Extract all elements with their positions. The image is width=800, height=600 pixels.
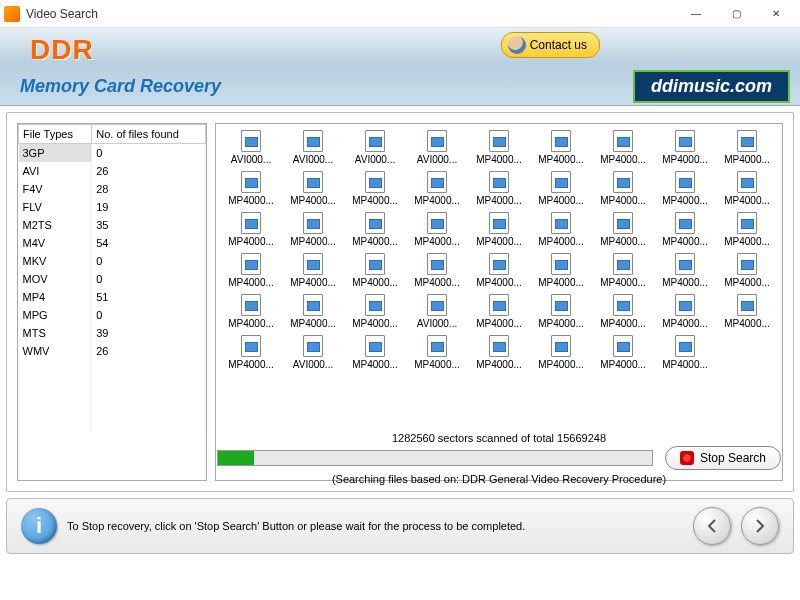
file-item[interactable]: AVI000... — [220, 128, 282, 167]
file-name: MP4000... — [224, 318, 279, 329]
file-name: MP4000... — [534, 359, 589, 370]
file-item[interactable]: MP4000... — [220, 251, 282, 290]
file-item[interactable]: MP4000... — [468, 210, 530, 249]
table-row[interactable]: MOV0 — [19, 270, 206, 288]
file-name: MP4000... — [286, 277, 341, 288]
file-icon — [241, 253, 261, 275]
file-item[interactable]: MP4000... — [530, 292, 592, 331]
table-row[interactable]: MPG0 — [19, 306, 206, 324]
files-panel[interactable]: AVI000...AVI000...AVI000...AVI000...MP40… — [215, 123, 783, 481]
file-name: MP4000... — [224, 359, 279, 370]
file-icon — [427, 253, 447, 275]
minimize-button[interactable]: — — [676, 2, 716, 26]
file-item[interactable]: MP4000... — [530, 210, 592, 249]
table-row[interactable] — [19, 378, 206, 396]
col-files-found[interactable]: No. of files found — [92, 125, 206, 144]
col-file-types[interactable]: File Types — [19, 125, 92, 144]
file-item[interactable]: MP4000... — [654, 292, 716, 331]
file-item[interactable]: AVI000... — [344, 128, 406, 167]
file-item[interactable]: MP4000... — [716, 128, 778, 167]
file-item[interactable]: MP4000... — [716, 251, 778, 290]
table-row[interactable]: M2TS35 — [19, 216, 206, 234]
file-item[interactable]: MP4000... — [592, 128, 654, 167]
table-row[interactable] — [19, 360, 206, 378]
table-row[interactable]: FLV19 — [19, 198, 206, 216]
file-name: MP4000... — [348, 195, 403, 206]
file-item[interactable]: MP4000... — [654, 333, 716, 372]
file-item[interactable]: AVI000... — [406, 292, 468, 331]
file-item[interactable]: MP4000... — [530, 251, 592, 290]
footer-tip: To Stop recovery, click on 'Stop Search'… — [67, 520, 683, 532]
file-item[interactable]: MP4000... — [468, 128, 530, 167]
file-name: MP4000... — [658, 359, 713, 370]
close-button[interactable]: ✕ — [756, 2, 796, 26]
file-item[interactable]: AVI000... — [406, 128, 468, 167]
file-item[interactable]: AVI000... — [282, 128, 344, 167]
file-icon — [551, 253, 571, 275]
table-row[interactable] — [19, 414, 206, 432]
back-button[interactable] — [693, 507, 731, 545]
file-item[interactable]: MP4000... — [654, 251, 716, 290]
file-item[interactable]: MP4000... — [344, 251, 406, 290]
app-subtitle: Memory Card Recovery — [20, 76, 221, 97]
file-item[interactable]: MP4000... — [220, 292, 282, 331]
file-item[interactable]: MP4000... — [220, 333, 282, 372]
file-item[interactable]: MP4000... — [716, 169, 778, 208]
table-row[interactable]: AVI26 — [19, 162, 206, 180]
file-item[interactable]: MP4000... — [406, 251, 468, 290]
file-item[interactable]: MP4000... — [592, 169, 654, 208]
file-name: AVI000... — [410, 154, 465, 165]
table-row[interactable]: WMV26 — [19, 342, 206, 360]
stop-search-button[interactable]: Stop Search — [665, 446, 781, 470]
file-item[interactable]: MP4000... — [592, 333, 654, 372]
file-item[interactable]: MP4000... — [592, 251, 654, 290]
table-row[interactable]: MKV0 — [19, 252, 206, 270]
file-item[interactable]: MP4000... — [592, 292, 654, 331]
maximize-button[interactable]: ▢ — [716, 2, 756, 26]
file-item[interactable]: MP4000... — [530, 333, 592, 372]
file-item[interactable]: MP4000... — [530, 128, 592, 167]
file-item[interactable]: AVI000... — [282, 333, 344, 372]
file-item[interactable]: MP4000... — [406, 169, 468, 208]
file-item[interactable]: MP4000... — [654, 210, 716, 249]
table-row[interactable]: 3GP0 — [19, 144, 206, 162]
file-item[interactable]: MP4000... — [468, 251, 530, 290]
file-name: MP4000... — [596, 277, 651, 288]
table-row[interactable]: MTS39 — [19, 324, 206, 342]
contact-us-button[interactable]: Contact us — [501, 32, 600, 58]
file-item[interactable]: MP4000... — [654, 169, 716, 208]
file-item[interactable]: MP4000... — [220, 210, 282, 249]
file-item[interactable]: MP4000... — [406, 333, 468, 372]
file-icon — [427, 212, 447, 234]
file-item[interactable]: MP4000... — [344, 210, 406, 249]
file-icon — [675, 130, 695, 152]
file-item[interactable]: MP4000... — [716, 210, 778, 249]
file-item[interactable]: MP4000... — [344, 333, 406, 372]
file-item[interactable]: MP4000... — [716, 292, 778, 331]
table-row[interactable]: M4V54 — [19, 234, 206, 252]
file-item[interactable]: MP4000... — [282, 251, 344, 290]
file-item[interactable]: MP4000... — [406, 210, 468, 249]
cell-type: AVI — [19, 162, 92, 180]
file-item[interactable]: MP4000... — [468, 333, 530, 372]
cell-count: 54 — [92, 234, 206, 252]
file-item[interactable]: MP4000... — [468, 292, 530, 331]
forward-button[interactable] — [741, 507, 779, 545]
file-name: MP4000... — [348, 318, 403, 329]
file-item[interactable]: MP4000... — [592, 210, 654, 249]
file-item[interactable]: MP4000... — [530, 169, 592, 208]
file-item[interactable]: MP4000... — [282, 292, 344, 331]
file-item[interactable]: MP4000... — [282, 210, 344, 249]
table-row[interactable]: MP451 — [19, 288, 206, 306]
file-item[interactable]: MP4000... — [654, 128, 716, 167]
table-row[interactable] — [19, 396, 206, 414]
file-item[interactable]: MP4000... — [344, 169, 406, 208]
file-item[interactable]: MP4000... — [344, 292, 406, 331]
file-item[interactable]: MP4000... — [468, 169, 530, 208]
file-item[interactable]: MP4000... — [282, 169, 344, 208]
file-name: MP4000... — [348, 277, 403, 288]
table-row[interactable]: F4V28 — [19, 180, 206, 198]
file-name: MP4000... — [658, 318, 713, 329]
file-item[interactable]: MP4000... — [220, 169, 282, 208]
file-icon — [303, 335, 323, 357]
